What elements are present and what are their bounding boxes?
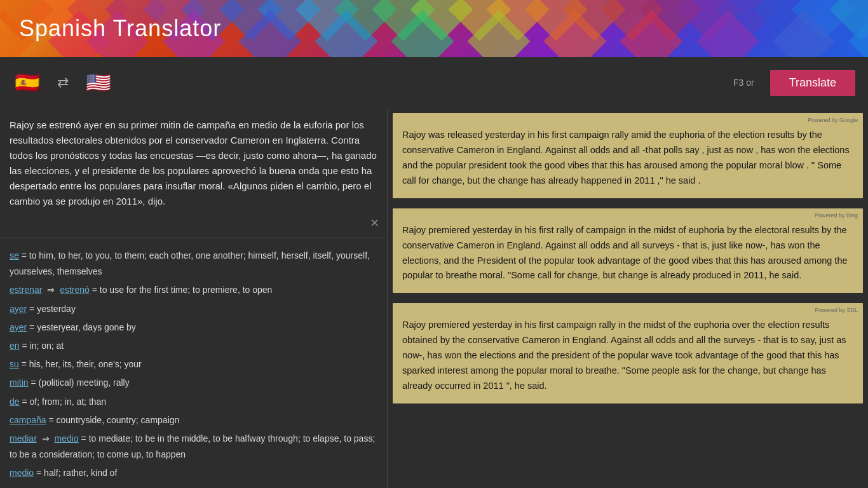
word-link[interactable]: campaña xyxy=(10,415,46,425)
provider-label: Powered by SDL xyxy=(815,307,858,315)
source-text-input[interactable] xyxy=(10,118,377,226)
translation-card: Powered by SDLRajoy premiered yesterday … xyxy=(393,303,863,403)
definitions-area: se = to him, to her, to you, to them; ea… xyxy=(0,238,387,488)
list-item: se = to him, to her, to you, to them; ea… xyxy=(10,248,377,280)
word-link[interactable]: estrenó xyxy=(60,285,90,295)
shortcut-label: F3 or xyxy=(733,78,754,88)
list-item: estrenar ⇒ estrenó = to use for the firs… xyxy=(10,282,377,298)
translated-text: Rajoy premiered yesterday in his first r… xyxy=(402,223,853,284)
main-content: ✕ se = to him, to her, to you, to them; … xyxy=(0,108,868,488)
word-link[interactable]: se xyxy=(10,250,19,261)
arrow-icon: ⇒ xyxy=(39,433,52,444)
app-title: Spanish Translator xyxy=(19,15,221,42)
translation-card: Powered by GoogleRajoy was released yest… xyxy=(393,113,863,198)
word-link[interactable]: ayer xyxy=(10,322,27,332)
list-item: ayer = yesteryear, days gone by xyxy=(10,320,377,336)
definition-text: = of; from; in, at; than xyxy=(20,396,107,407)
word-link[interactable]: su xyxy=(10,359,19,369)
translated-text: Rajoy was released yesterday in his firs… xyxy=(402,128,853,189)
word-link[interactable]: mitin xyxy=(10,377,29,388)
provider-label: Powered by Google xyxy=(808,117,858,125)
word-link[interactable]: ayer xyxy=(10,304,27,314)
toolbar: 🇪🇸 ⇄ 🇺🇸 F3 or Translate xyxy=(0,57,868,108)
word-link[interactable]: estrenar xyxy=(10,285,42,295)
definition-text: = in; on; at xyxy=(20,341,64,351)
right-panel: Powered by GoogleRajoy was released yest… xyxy=(388,108,868,488)
target-language-button[interactable]: 🇺🇸 xyxy=(84,68,113,97)
list-item: de = of; from; in, at; than xyxy=(10,394,377,410)
definition-text: = countryside, country; campaign xyxy=(46,415,180,425)
list-item: campaña = countryside, country; campaign xyxy=(10,412,377,428)
list-item: en = in; on; at xyxy=(10,338,377,354)
provider-label: Powered by Bing xyxy=(815,212,858,220)
word-link[interactable]: en xyxy=(10,341,20,351)
translation-card: Powered by BingRajoy premiered yesterday… xyxy=(393,208,863,294)
list-item: medio = half; rather, kind of xyxy=(10,465,377,481)
definition-text: = to him, to her, to you, to them; each … xyxy=(10,250,370,276)
definition-text: = his, her, its, their, one's; your xyxy=(19,359,142,369)
source-language-button[interactable]: 🇪🇸 xyxy=(13,68,42,97)
translated-text: Rajoy premiered yesterday in his first c… xyxy=(402,318,853,394)
list-item: ayer = yesterday xyxy=(10,301,377,317)
definition-text: = (political) meeting, rally xyxy=(29,377,130,388)
close-icon: ✕ xyxy=(370,217,379,229)
word-link[interactable]: medio xyxy=(10,468,34,478)
word-link[interactable]: medio xyxy=(55,433,79,444)
list-item: mitin = (political) meeting, rally xyxy=(10,375,377,391)
word-link[interactable]: mediar xyxy=(10,433,37,444)
input-area: ✕ xyxy=(0,108,387,238)
left-panel: ✕ se = to him, to her, to you, to them; … xyxy=(0,108,388,488)
translate-button[interactable]: Translate xyxy=(770,70,855,96)
list-item: su = his, her, its, their, one's; your xyxy=(10,356,377,372)
definition-text: = yesteryear, days gone by xyxy=(27,322,136,332)
clear-button[interactable]: ✕ xyxy=(370,216,379,230)
list-item: mediar ⇒ medio = to mediate; to be in th… xyxy=(10,431,377,463)
definition-text: = to use for the first time; to premiere… xyxy=(90,285,273,295)
app-header: Spanish Translator xyxy=(0,0,868,57)
swap-icon: ⇄ xyxy=(57,74,69,91)
word-link[interactable]: de xyxy=(10,396,20,407)
arrow-icon: ⇒ xyxy=(44,285,57,295)
swap-languages-button[interactable]: ⇄ xyxy=(51,71,74,94)
definition-text: = yesterday xyxy=(27,304,76,314)
definition-text: = half; rather, kind of xyxy=(34,468,117,478)
